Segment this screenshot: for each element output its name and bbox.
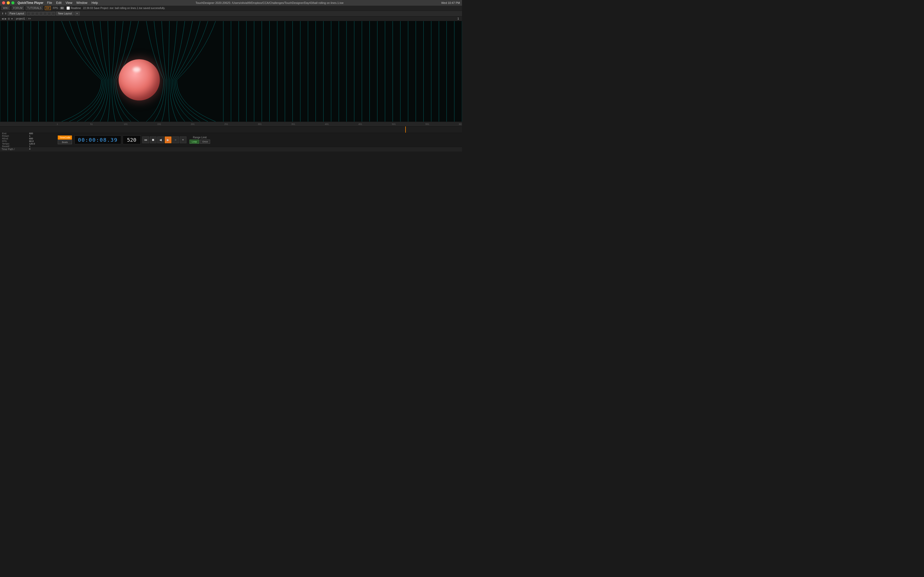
layout-sq-7[interactable] [52,12,55,15]
fps-label-transport: FPS: [2,140,29,142]
nav-forward-icon[interactable]: ▶ [5,17,7,20]
transport-buttons: ⏮ ⏹ ◀ ▶ − + [142,137,186,143]
range-limit-label: Range Limit [193,136,207,139]
fps-value[interactable]: 60 [60,6,65,10]
rend-label: REnd: [2,137,29,140]
breadcrumb-sep-2: / [26,17,27,20]
minimize-button[interactable] [7,1,10,4]
rewind-button[interactable]: ⏮ [142,137,149,143]
tempo-value[interactable]: 120.0 [29,142,56,145]
time-path-bar: Time Path / [0,147,462,152]
tutorials-link[interactable]: TUTORIALS [26,6,43,10]
home-icon[interactable]: ⊞ [8,17,10,20]
realtime-section: Realtime [66,6,81,10]
menu-view[interactable]: View [66,1,73,5]
layout-sq-2[interactable] [31,12,34,15]
loop-button[interactable]: Loop [189,140,199,144]
menu-help[interactable]: Help [92,1,98,5]
rstart-value[interactable]: 1 [29,135,56,137]
layout-sq-3[interactable] [35,12,39,15]
once-button[interactable]: Once [200,140,210,144]
timeline-area: 151101151201251301351401451501551601 [0,122,462,133]
layout-sq-4[interactable] [39,12,43,15]
layout-sq-6[interactable] [47,12,51,15]
ruler-mark: 401 [325,123,329,126]
mac-titlebar: QuickTime Player File Edit View Window H… [0,0,462,6]
rstart-label: RStart: [2,135,29,137]
breadcrumb-sep-1: / [14,17,15,20]
status-message: 22:36:03 Save Project .toe: ball rolling… [83,7,460,10]
down-arrow-icon: ⬇ [5,12,7,15]
timeline-content[interactable] [0,126,462,133]
layout-squares [27,12,55,15]
ruler-mark: 51 [90,123,93,126]
realtime-label: Realtime [71,7,81,10]
wiki-link[interactable]: WIKI [2,6,10,10]
timecode-button[interactable]: TimeCode [58,135,72,140]
tempo-label: Tempo: [2,142,29,145]
ruler-mark: 301 [258,123,262,126]
left-info-panel: Start: 1 End: 600 RStart: 1 REnd: 600 FP… [2,130,56,150]
ruler-mark: 501 [392,123,396,126]
new-layout-button[interactable]: New Layout [56,11,73,15]
speed-minus-button[interactable]: − [172,137,179,143]
realtime-checkbox[interactable] [66,6,70,10]
timecode-display[interactable]: 00:00:08.39 [74,135,121,144]
stop-button[interactable]: ⏹ [150,137,157,143]
close-button[interactable] [2,1,5,4]
lines-visualization [0,21,462,122]
pane-layout-button[interactable]: Pane Layout [8,11,26,15]
ruler-mark: 351 [291,123,295,126]
layout-sq-1[interactable] [27,12,31,15]
layout-sq-5[interactable] [43,12,47,15]
ruler-mark: 201 [191,123,195,126]
ruler-mark: 601 [459,123,462,126]
ruler-mark: 451 [359,123,362,126]
resetf-value[interactable]: 1 [29,145,56,148]
speed-plus-button[interactable]: + [180,137,186,143]
ruler-mark: 1 [57,123,58,126]
ruler-mark: 151 [157,123,161,126]
breadcrumb-project[interactable]: project1 [16,17,25,20]
main-canvas [0,21,462,122]
play-button[interactable]: ▶ [165,137,171,143]
time-path-label[interactable]: Time Path / [2,148,15,151]
mac-menu: File Edit View Window Help [47,1,98,5]
app-name: QuickTime Player [18,1,44,5]
fps-section: FPS: 60 [53,6,65,10]
resetf2-value[interactable]: 4 [29,148,56,150]
loop-once-controls: Loop Once [189,140,210,144]
rend-value[interactable]: 600 [29,137,56,140]
range-section: Range Limit Loop Once [189,136,210,144]
forum-link[interactable]: FORUM [12,6,24,10]
plus-layout-button[interactable]: + [74,11,80,15]
beats-button[interactable]: Beats [58,140,72,144]
nav-back-icon[interactable]: ◀ [2,17,3,20]
timeline-playhead [405,126,406,133]
star-icon[interactable]: ★ [11,17,13,20]
menu-file[interactable]: File [47,1,52,5]
back-frame-button[interactable]: ◀ [157,137,164,143]
toolbar: ⬆ ⬇ Pane Layout New Layout + [0,11,462,16]
ball [119,59,160,100]
mac-status-icons: Wed 10:47 PM [441,1,460,4]
td-titlebar: WIKI FORUM TUTORIALS DI! FPS: 60 Realtim… [0,6,462,11]
timecode-beats-toggle: TimeCode Beats [58,135,72,144]
left-arrow-icon: ⬆ [2,12,3,15]
window-title: TouchDesigner 2020.20625: /Users/olivia9… [100,1,440,4]
ruler-mark: 551 [425,123,429,126]
frame-counter[interactable]: 520 [123,135,141,144]
di-link[interactable]: DI! [45,6,51,10]
breadcrumb-nav[interactable]: >> [28,17,31,20]
menu-window[interactable]: Window [76,1,87,5]
fps-value-transport[interactable]: 60.0 [29,140,56,142]
fps-label: FPS: [53,7,58,10]
ruler-mark: 101 [124,123,128,126]
maximize-button[interactable] [11,1,15,4]
timeline-ruler: 151101151201251301351401451501551601 [0,122,462,126]
clock-icon: Wed 10:47 PM [441,1,460,4]
breadcrumb-bar: ◀ ▶ ⊞ ★ / project1 / >> 1 [0,16,462,21]
menu-edit[interactable]: Edit [56,1,61,5]
transport-bar: Start: 1 End: 600 RStart: 1 REnd: 600 FP… [0,133,462,147]
frame-number: 1 [457,17,460,20]
